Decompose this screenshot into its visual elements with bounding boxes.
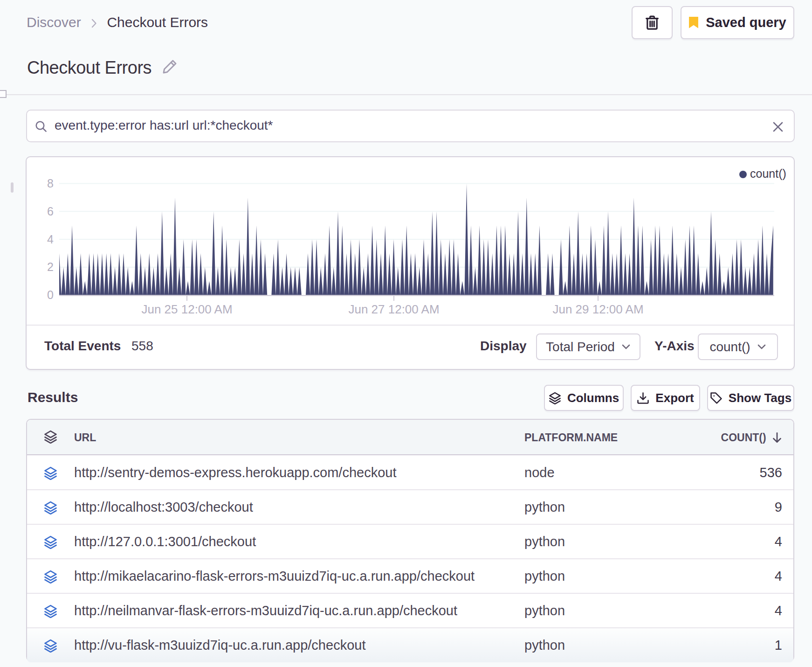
svg-text:Jun 25 12:00 AM: Jun 25 12:00 AM	[141, 302, 232, 316]
svg-text:Jun 27 12:00 AM: Jun 27 12:00 AM	[348, 302, 439, 316]
svg-text:0: 0	[47, 288, 54, 301]
svg-text:8: 8	[47, 177, 54, 190]
svg-text:6: 6	[47, 205, 54, 218]
svg-text:Jun 29 12:00 AM: Jun 29 12:00 AM	[552, 302, 643, 316]
svg-text:4: 4	[47, 233, 54, 246]
svg-text:2: 2	[47, 260, 54, 273]
